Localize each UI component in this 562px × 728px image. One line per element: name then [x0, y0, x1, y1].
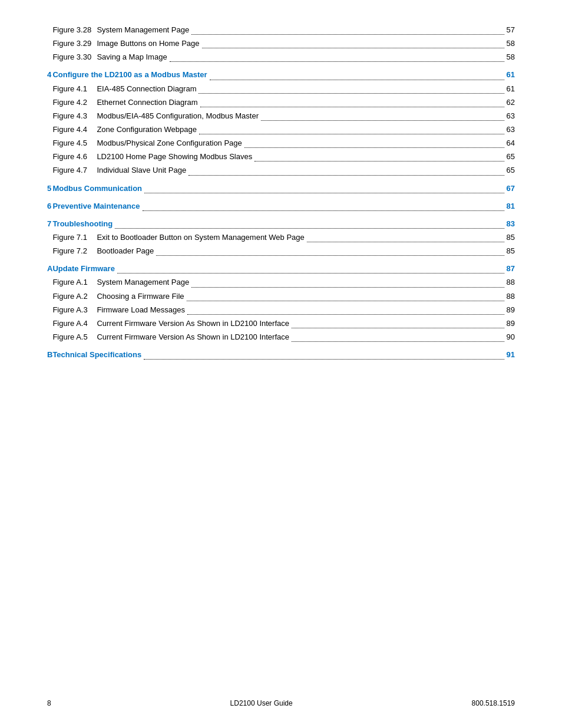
- toc-dots: [210, 67, 504, 80]
- fig-label: Figure 4.5: [52, 137, 97, 149]
- toc-label: Figure 3.28System Management Page: [52, 24, 189, 36]
- fig-title: Current Firmware Version As Shown in LD2…: [97, 319, 289, 328]
- footer-phone: 800.518.1519: [472, 699, 515, 707]
- fig-label: Figure 3.28: [52, 24, 97, 36]
- fig-label-container: Figure A.4Current Firmware Version As Sh…: [52, 318, 289, 330]
- figure-row: Figure 4.3Modbus/EIA-485 Configuration, …: [47, 110, 515, 123]
- fig-entry-cell: Figure 7.1Exit to Bootloader Button on S…: [52, 231, 515, 245]
- chapter-num: 4: [47, 68, 52, 82]
- fig-title: Saving a Map Image: [97, 52, 167, 61]
- toc-dots: [144, 181, 504, 193]
- chapter-title: Configure the LD2100 as a Modbus Master: [52, 69, 207, 81]
- chapter-num: B: [47, 348, 52, 362]
- fig-label-container: Figure 4.1EIA-485 Connection Diagram: [52, 83, 196, 95]
- fig-title: Current Firmware Version As Shown in LD2…: [97, 332, 289, 341]
- fig-label-container: Figure 4.5Modbus/Physical Zone Configura…: [52, 137, 242, 149]
- fig-label: Figure 4.4: [52, 124, 97, 136]
- toc-page: 58: [507, 38, 515, 50]
- figure-row: Figure 4.1EIA-485 Connection Diagram 61: [47, 83, 515, 96]
- fig-entry-cell: Figure 4.2Ethernet Connection Diagram 62: [52, 96, 515, 110]
- chapter-page: 83: [507, 218, 515, 230]
- fig-label: Figure 3.29: [52, 38, 97, 50]
- toc-label: Figure 3.30Saving a Map Image: [52, 51, 167, 63]
- figure-row: Figure 4.5Modbus/Physical Zone Configura…: [47, 137, 515, 150]
- fig-page: 65: [507, 151, 515, 163]
- toc-num-cell: [47, 51, 52, 64]
- toc-dots: [202, 36, 504, 48]
- chapter-page: 81: [507, 200, 515, 212]
- toc-dots: [200, 95, 504, 107]
- fig-label-container: Figure A.1System Management Page: [52, 276, 189, 288]
- toc-dots: [189, 163, 504, 175]
- toc-num-cell: [47, 24, 52, 37]
- chapter-title: Modbus Communication: [52, 183, 142, 195]
- fig-page: 89: [507, 304, 515, 316]
- toc-dots: [307, 230, 504, 242]
- fig-page: 85: [507, 245, 515, 257]
- fig-num-cell: [47, 304, 52, 317]
- fig-num-cell: [47, 150, 52, 164]
- toc-dots: [292, 330, 504, 342]
- fig-page: 85: [507, 232, 515, 243]
- fig-page: 89: [507, 318, 515, 330]
- toc-dots: [187, 289, 504, 301]
- fig-title: System Management Page: [97, 278, 189, 286]
- footer: 8 LD2100 User Guide 800.518.1519: [47, 699, 515, 707]
- chapter-entry-cell: Technical Specifications 91: [52, 348, 515, 362]
- toc-dots: [170, 50, 504, 62]
- chapter-row: AUpdate Firmware 87: [47, 262, 515, 276]
- toc-figure-row: Figure 3.30Saving a Map Image 58: [47, 51, 515, 64]
- fig-page: 63: [507, 124, 515, 136]
- fig-title: Bootloader Page: [97, 246, 154, 255]
- fig-num-cell: [47, 96, 52, 110]
- fig-num-cell: [47, 123, 52, 137]
- fig-title: Zone Configuration Webpage: [97, 125, 197, 134]
- toc-dots: [261, 108, 504, 121]
- chapter-page: 87: [507, 263, 515, 275]
- fig-entry-cell: Figure A.2Choosing a Firmware File 88: [52, 290, 515, 304]
- chapter-row: BTechnical Specifications 91: [47, 348, 515, 362]
- fig-title: Firmware Load Messages: [97, 305, 185, 314]
- toc-figure-row: Figure 3.29Image Buttons on Home Page 58: [47, 37, 515, 51]
- fig-page: 88: [507, 291, 515, 302]
- toc-label: Figure 3.29Image Buttons on Home Page: [52, 38, 199, 50]
- fig-label-container: Figure A.2Choosing a Firmware File: [52, 291, 184, 302]
- chapter-row: 4Configure the LD2100 as a Modbus Master…: [47, 68, 515, 82]
- fig-label: Figure 4.2: [52, 97, 97, 108]
- figure-row: Figure A.2Choosing a Firmware File 88: [47, 290, 515, 304]
- fig-page: 65: [507, 164, 515, 176]
- figure-row: Figure A.5Current Firmware Version As Sh…: [47, 331, 515, 344]
- fig-title: Exit to Bootloader Button on System Mana…: [97, 233, 304, 242]
- fig-label: Figure A.5: [52, 331, 97, 343]
- fig-page: 63: [507, 110, 515, 122]
- fig-label: Figure A.2: [52, 291, 97, 302]
- chapter-title: Troubleshooting: [52, 218, 113, 230]
- chapter-title: Update Firmware: [52, 263, 114, 275]
- chapter-row: 7Troubleshooting 83: [47, 218, 515, 231]
- fig-label: Figure A.4: [52, 318, 97, 330]
- chapter-page: 91: [507, 349, 515, 361]
- fig-entry-cell: Figure A.1System Management Page 88: [52, 276, 515, 289]
- fig-entry-cell: Figure 4.3Modbus/EIA-485 Configuration, …: [52, 110, 515, 123]
- figure-row: Figure 4.4Zone Configuration Webpage 63: [47, 123, 515, 137]
- chapter-entry-cell: Update Firmware 87: [52, 262, 515, 276]
- fig-num-cell: [47, 231, 52, 245]
- fig-label: Figure 3.30: [52, 51, 97, 63]
- toc-dots: [199, 122, 504, 134]
- toc-dots: [187, 302, 504, 315]
- page: Figure 3.28System Management Page 57Figu…: [0, 0, 562, 728]
- fig-num-cell: [47, 137, 52, 150]
- figure-row: Figure 7.2Bootloader Page 85: [47, 245, 515, 258]
- toc-num-cell: [47, 37, 52, 51]
- toc-entry-cell: Figure 3.29Image Buttons on Home Page 58: [52, 37, 515, 51]
- fig-label-container: Figure 4.7Individual Slave Unit Page: [52, 164, 186, 176]
- toc-dots: [115, 216, 504, 229]
- fig-title: Image Buttons on Home Page: [97, 39, 199, 48]
- toc-dots: [244, 136, 504, 148]
- chapter-title: Preventive Maintenance: [52, 200, 140, 212]
- figure-row: Figure 4.2Ethernet Connection Diagram 62: [47, 96, 515, 110]
- fig-num-cell: [47, 164, 52, 177]
- toc-dots: [292, 316, 504, 328]
- chapter-num: 7: [47, 218, 52, 231]
- fig-entry-cell: Figure A.3Firmware Load Messages 89: [52, 304, 515, 317]
